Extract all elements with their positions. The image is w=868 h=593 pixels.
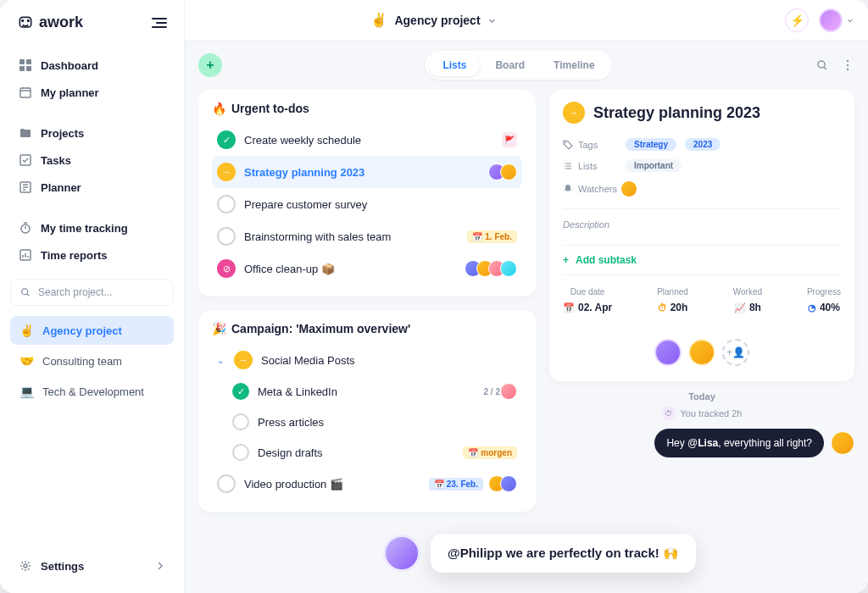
- chevron-right-icon: [155, 561, 165, 571]
- status-todo-icon[interactable]: [217, 227, 236, 246]
- status-todo-icon[interactable]: [232, 444, 249, 461]
- tab-lists[interactable]: Lists: [429, 54, 480, 76]
- task-row[interactable]: ✓ Create weekly schedule 🚩: [212, 124, 522, 156]
- tags-row: Tags Strategy 2023: [563, 134, 841, 155]
- nav-time-tracking[interactable]: My time tracking: [10, 214, 174, 241]
- task-stats: Due date 📅02. Apr Planned ⏱20h Worked 📈8…: [563, 274, 841, 325]
- report-icon: [19, 248, 32, 262]
- task-detail-panel: → Strategy planning 2023 Tags Strategy 2…: [549, 90, 854, 381]
- add-subtask-button[interactable]: + Add subtask: [563, 245, 841, 274]
- svg-point-13: [24, 564, 27, 568]
- due-date-chip: 📅 23. Feb.: [429, 478, 483, 490]
- search-input[interactable]: Search project...: [10, 279, 174, 306]
- nav-projects[interactable]: Projects: [10, 119, 174, 147]
- campaign-list-card: 🎉 Campaign: 'Maximum overview' ⌄ → Socia…: [198, 310, 536, 512]
- nav-my-planner[interactable]: My planner: [10, 79, 174, 106]
- avatar[interactable]: [654, 339, 682, 366]
- tag-chip[interactable]: 2023: [685, 138, 721, 151]
- avatar[interactable]: [620, 180, 637, 197]
- more-icon[interactable]: [841, 58, 854, 72]
- chevron-down-icon: [487, 15, 498, 25]
- bolt-button[interactable]: ⚡: [785, 8, 809, 32]
- task-row[interactable]: → Strategy planning 2023: [212, 156, 522, 188]
- description-field[interactable]: Description: [563, 208, 841, 245]
- status-todo-icon[interactable]: [217, 474, 236, 493]
- svg-point-0: [21, 19, 24, 21]
- status-done-icon[interactable]: ✓: [217, 130, 236, 149]
- status-done-icon[interactable]: ✓: [232, 383, 249, 400]
- avatar: [383, 535, 420, 572]
- task-row[interactable]: Brainstorming with sales team 📅 1. Feb.: [212, 220, 522, 252]
- progress-icon: ◔: [808, 302, 816, 313]
- task-detail-title: Strategy planning 2023: [593, 104, 841, 122]
- task-row[interactable]: Prepare customer survey: [212, 188, 522, 220]
- planner-icon: [19, 180, 32, 194]
- add-button[interactable]: +: [198, 53, 222, 77]
- laptop-emoji-icon: 💻: [19, 384, 34, 399]
- status-inprogress-icon[interactable]: →: [234, 351, 253, 369]
- svg-rect-6: [26, 66, 31, 71]
- project-tech[interactable]: 💻 Tech & Development: [10, 377, 174, 406]
- subtask-row[interactable]: Press articles: [212, 407, 522, 437]
- checklist-icon: [19, 153, 32, 167]
- status-inprogress-icon[interactable]: →: [217, 163, 236, 181]
- card-title: 🎉 Campaign: 'Maximum overview': [212, 322, 522, 335]
- avatar: [831, 431, 854, 455]
- status-inprogress-icon[interactable]: →: [563, 102, 585, 124]
- status-blocked-icon[interactable]: ⊘: [217, 259, 236, 278]
- logo[interactable]: awork: [17, 14, 83, 31]
- grid-icon: [19, 58, 32, 72]
- folder-icon: [19, 126, 32, 140]
- list-chip[interactable]: Important: [626, 159, 682, 172]
- settings-button[interactable]: Settings: [10, 552, 174, 579]
- search-icon: [19, 286, 31, 298]
- tab-board[interactable]: Board: [481, 54, 538, 76]
- fire-emoji-icon: 🔥: [212, 102, 226, 115]
- status-todo-icon[interactable]: [232, 413, 249, 430]
- svg-point-18: [565, 141, 566, 142]
- chevron-down-icon[interactable]: ⌄: [217, 356, 225, 365]
- calendar-icon: 📅: [563, 302, 575, 313]
- status-todo-icon[interactable]: [217, 195, 236, 213]
- subtask-row[interactable]: ✓ Meta & LinkedIn 2 / 2: [212, 376, 522, 407]
- svg-rect-3: [19, 59, 25, 64]
- user-menu[interactable]: [819, 8, 854, 32]
- subtask-row[interactable]: Design drafts 📅 morgen: [212, 437, 522, 468]
- avatar[interactable]: [688, 339, 715, 366]
- card-title: 🔥 Urgent to-dos: [212, 102, 522, 115]
- menu-toggle-icon[interactable]: [152, 18, 167, 28]
- add-assignee-button[interactable]: +👤: [722, 339, 749, 366]
- task-row[interactable]: ⊘ Office clean-up 📦: [212, 252, 522, 285]
- project-agency[interactable]: ✌️ Agency project: [10, 316, 174, 345]
- project-title-dropdown[interactable]: ✌️ Agency project: [370, 12, 497, 28]
- nav-tasks[interactable]: Tasks: [10, 147, 174, 174]
- calendar-icon: [19, 86, 32, 99]
- nav-time-reports[interactable]: Time reports: [10, 241, 174, 269]
- svg-point-12: [22, 289, 28, 295]
- assignees: +👤: [563, 325, 841, 369]
- task-row[interactable]: Video production 🎬 📅 23. Feb.: [212, 468, 522, 500]
- reply-overlay: @Philipp we are perfectly on track! 🙌: [383, 534, 696, 573]
- tag-chip[interactable]: Strategy: [626, 138, 676, 151]
- reply-bubble: @Philipp we are perfectly on track! 🙌: [431, 534, 696, 573]
- watchers-row: Watchers: [563, 176, 841, 202]
- tag-icon: [563, 140, 573, 150]
- urgent-list-card: 🔥 Urgent to-dos ✓ Create weekly schedule…: [198, 90, 536, 296]
- tab-timeline[interactable]: Timeline: [540, 54, 608, 76]
- chevron-down-icon: [846, 16, 854, 25]
- plus-icon: +: [563, 254, 569, 266]
- flag-icon[interactable]: 🚩: [502, 132, 517, 147]
- tracked-time: ⏱ You tracked 2h: [549, 407, 854, 420]
- chat-message: Hey @Lisa, everything all right?: [549, 429, 854, 457]
- avatar: [819, 8, 843, 32]
- svg-point-16: [847, 64, 849, 66]
- stopwatch-icon: ⏱: [662, 407, 676, 420]
- search-icon[interactable]: [815, 58, 829, 72]
- project-consulting[interactable]: 🤝 Consulting team: [10, 346, 174, 375]
- view-tabs: Lists Board Timeline: [426, 51, 611, 80]
- list-icon: [563, 161, 573, 171]
- task-row[interactable]: ⌄ → Social Media Posts: [212, 344, 522, 376]
- nav-planner[interactable]: Planner: [10, 174, 174, 201]
- nav-dashboard[interactable]: Dashboard: [10, 52, 174, 79]
- activity-feed: Today ⏱ You tracked 2h Hey @Lisa, everyt…: [549, 391, 854, 457]
